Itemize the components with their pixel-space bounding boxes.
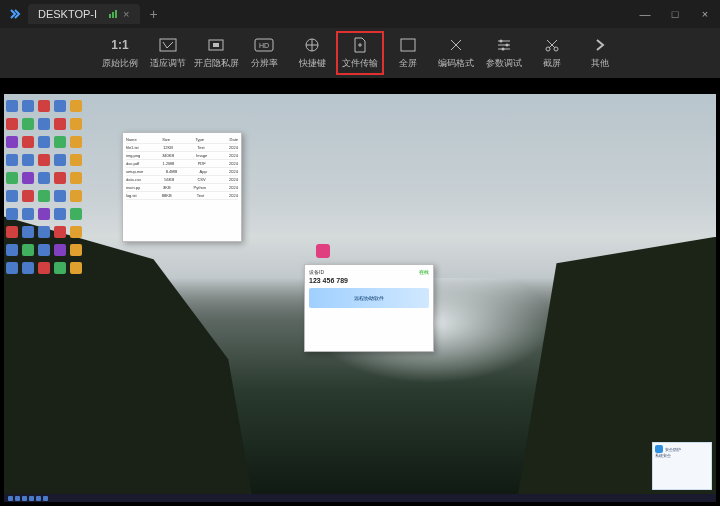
table-row[interactable]: img.png340KBImage2024 [126,152,238,160]
remote-file-explorer-window[interactable]: NameSizeTypeDatefile1.txt12KBText2024img… [122,132,242,242]
desktop-icon[interactable] [70,136,82,148]
remote-notification[interactable]: 安全防护 系统安全 [652,442,712,490]
desktop-icon[interactable] [38,154,50,166]
desktop-icon[interactable] [22,262,34,274]
privacy-screen-button[interactable]: 开启隐私屏 [192,31,240,75]
desktop-icon[interactable] [22,190,34,202]
file-transfer-button[interactable]: 文件传输 [336,31,384,75]
remote-desktop[interactable]: NameSizeTypeDatefile1.txt12KBText2024img… [4,94,716,502]
remote-viewport[interactable]: NameSizeTypeDatefile1.txt12KBText2024img… [0,78,720,506]
desktop-icon[interactable] [70,226,82,238]
desktop-icon[interactable] [54,226,66,238]
remote-app-icon[interactable] [316,244,330,258]
remote-taskbar[interactable] [4,494,716,502]
taskbar-item[interactable] [8,496,13,501]
desktop-icon[interactable] [54,118,66,130]
desktop-icon[interactable] [54,262,66,274]
resolution-button[interactable]: HD 分辨率 [240,31,288,75]
screenshot-button[interactable]: 截屏 [528,31,576,75]
desktop-icon[interactable] [70,262,82,274]
taskbar-item[interactable] [22,496,27,501]
desktop-icon[interactable] [22,244,34,256]
new-tab-button[interactable]: + [150,6,158,22]
more-button[interactable]: 其他 [576,31,624,75]
table-row[interactable]: main.py3KBPython2024 [126,184,238,192]
file-list: NameSizeTypeDatefile1.txt12KBText2024img… [123,133,241,203]
session-tab[interactable]: DESKTOP-I × [28,4,140,24]
desktop-icon[interactable] [54,190,66,202]
desktop-icon[interactable] [38,172,50,184]
desktop-icon[interactable] [70,118,82,130]
desktop-icon[interactable] [6,226,18,238]
desktop-icon[interactable] [6,190,18,202]
desktop-icon[interactable] [54,208,66,220]
fullscreen-button[interactable]: 全屏 [384,31,432,75]
desktop-icon[interactable] [6,208,18,220]
taskbar-item[interactable] [15,496,20,501]
notif-body: 系统安全 [655,453,709,458]
desktop-icon[interactable] [38,136,50,148]
desktop-icon[interactable] [22,172,34,184]
shortcut-icon [304,36,320,54]
desktop-icon[interactable] [54,136,66,148]
table-row[interactable]: doc.pdf1.2MBPDF2024 [126,160,238,168]
desktop-icon[interactable] [70,190,82,202]
table-row[interactable]: NameSizeTypeDate [126,136,238,144]
desktop-icon[interactable] [70,208,82,220]
desktop-icon[interactable] [38,118,50,130]
tab-close-button[interactable]: × [123,8,129,20]
table-row[interactable]: file1.txt12KBText2024 [126,144,238,152]
desktop-icon[interactable] [6,100,18,112]
desktop-icon[interactable] [6,172,18,184]
desktop-icon[interactable] [22,136,34,148]
table-row[interactable]: setup.exe8.4MBApp2024 [126,168,238,176]
svg-point-8 [506,44,509,47]
desktop-icon[interactable] [22,208,34,220]
desktop-icon[interactable] [70,154,82,166]
desktop-icon[interactable] [54,154,66,166]
desktop-icon[interactable] [6,136,18,148]
desktop-icon[interactable] [54,244,66,256]
desktop-icon[interactable] [54,172,66,184]
adaptive-adjust-button[interactable]: 适应调节 [144,31,192,75]
desktop-icon[interactable] [6,154,18,166]
desktop-icon[interactable] [22,154,34,166]
table-row[interactable]: log.txt88KBText2024 [126,192,238,200]
window-controls: — □ × [630,0,720,28]
desktop-icon[interactable] [70,100,82,112]
desktop-icon[interactable] [54,100,66,112]
desktop-icon[interactable] [6,262,18,274]
desktop-icon[interactable] [22,100,34,112]
desktop-icon[interactable] [22,118,34,130]
taskbar-item[interactable] [29,496,34,501]
chevron-right-icon [594,36,606,54]
privacy-icon [207,36,225,54]
desktop-icon[interactable] [6,244,18,256]
minimize-button[interactable]: — [630,0,660,28]
desktop-icon[interactable] [70,172,82,184]
desktop-icon[interactable] [38,226,50,238]
codec-format-button[interactable]: 编码格式 [432,31,480,75]
maximize-button[interactable]: □ [660,0,690,28]
taskbar-item[interactable] [43,496,48,501]
table-row[interactable]: data.csv56KBCSV2024 [126,176,238,184]
desktop-icon[interactable] [38,208,50,220]
svg-point-7 [500,40,503,43]
desktop-icon[interactable] [6,118,18,130]
desktop-icon[interactable] [38,262,50,274]
desktop-icon[interactable] [38,244,50,256]
desktop-icon[interactable] [70,244,82,256]
desktop-icon[interactable] [38,190,50,202]
original-ratio-button[interactable]: 1:1 原始比例 [96,31,144,75]
svg-text:HD: HD [259,42,269,49]
param-icon [496,36,512,54]
desktop-icon[interactable] [38,100,50,112]
svg-rect-6 [401,39,415,51]
shortcut-key-button[interactable]: 快捷键 [288,31,336,75]
desktop-icon[interactable] [22,226,34,238]
remote-control-panel-window[interactable]: 设备ID 在线 123 456 789 远程协助软件 [304,264,434,352]
taskbar-item[interactable] [36,496,41,501]
close-button[interactable]: × [690,0,720,28]
param-debug-button[interactable]: 参数调试 [480,31,528,75]
fullscreen-icon [400,36,416,54]
